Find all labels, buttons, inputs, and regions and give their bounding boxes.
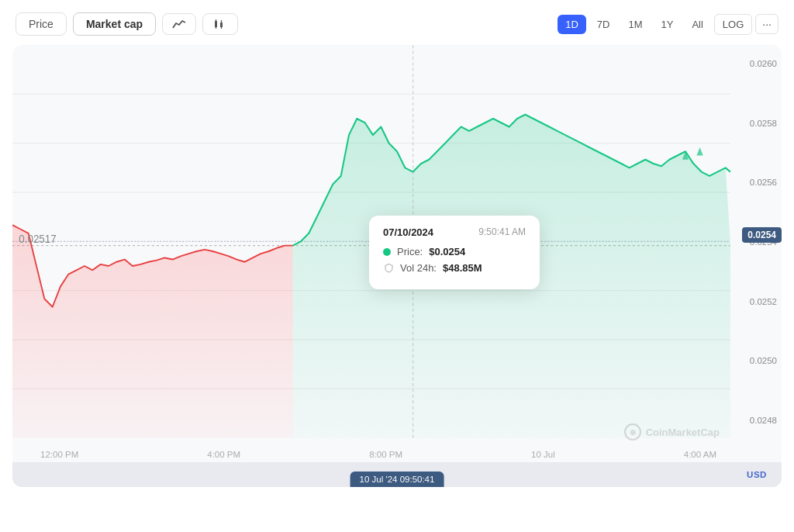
x-label-0: 12:00 PM	[40, 450, 78, 459]
toolbar: Price Market cap 1D 7D 1M	[0, 12, 794, 45]
y-label-5: 0.0250	[732, 356, 777, 365]
coinmarketcap-logo: ⊕ CoinMarketCap	[624, 423, 720, 440]
y-label-1: 0.0258	[732, 119, 777, 128]
market-cap-tab[interactable]: Market cap	[73, 12, 156, 36]
x-label-3: 10 Jul	[531, 450, 555, 459]
tooltip-price-row: Price: $0.0254	[383, 246, 526, 257]
y-label-4: 0.0252	[732, 297, 777, 306]
timeframe-all[interactable]: All	[684, 15, 710, 34]
timeframe-7d[interactable]: 7D	[589, 15, 618, 34]
chart-wrapper: 0.02517 0.0260 0.0258 0.0256 0.0254 0.02…	[12, 45, 782, 487]
toolbar-right: 1D 7D 1M 1Y All LOG ···	[558, 14, 778, 35]
svg-rect-3	[220, 22, 223, 27]
candle-chart-icon	[212, 19, 228, 29]
line-chart-button[interactable]	[162, 13, 196, 35]
price-tab[interactable]: Price	[16, 12, 67, 36]
main-container: Price Market cap 1D 7D 1M	[0, 0, 794, 532]
timeframe-1y[interactable]: 1Y	[654, 15, 682, 34]
cmc-icon: ⊕	[624, 423, 641, 440]
tooltip-time: 9:50:41 AM	[478, 226, 526, 238]
svg-marker-15	[696, 147, 703, 156]
tooltip-vol-row: Vol 24h: $48.85M	[383, 262, 526, 274]
y-axis-labels: 0.0260 0.0258 0.0256 0.0254 0.0252 0.025…	[732, 45, 782, 487]
svg-text:0.02517: 0.02517	[19, 233, 57, 245]
timeframe-log[interactable]: LOG	[714, 14, 752, 35]
y-label-2: 0.0256	[732, 178, 777, 187]
toolbar-left: Price Market cap	[16, 12, 238, 36]
cmc-text: CoinMarketCap	[646, 427, 720, 438]
svg-rect-0	[215, 21, 217, 27]
tooltip-price-label: Price:	[397, 246, 423, 257]
more-options-button[interactable]: ···	[755, 14, 778, 34]
timeframe-1d[interactable]: 1D	[558, 15, 586, 34]
tooltip-price-value: $0.0254	[429, 246, 465, 257]
price-dot-icon	[383, 248, 391, 256]
bottom-timestamp: 10 Jul '24 09:50:41	[350, 472, 444, 487]
tooltip: 07/10/2024 9:50:41 AM Price: $0.0254 Vol…	[369, 216, 540, 289]
candle-chart-button[interactable]	[202, 13, 238, 35]
x-label-4: 4:00 AM	[684, 450, 716, 459]
tooltip-date: 07/10/2024	[383, 226, 433, 238]
tooltip-vol-value: $48.85M	[443, 262, 482, 274]
x-label-1: 4:00 PM	[207, 450, 240, 459]
usd-label: USD	[732, 462, 782, 487]
tooltip-header: 07/10/2024 9:50:41 AM	[383, 226, 526, 238]
y-label-6: 0.0248	[732, 416, 777, 425]
volume-shield-icon	[383, 263, 394, 274]
x-axis-labels: 12:00 PM 4:00 PM 8:00 PM 10 Jul 4:00 AM	[25, 450, 732, 459]
timeframe-1m[interactable]: 1M	[620, 15, 650, 34]
tooltip-vol-label: Vol 24h:	[400, 262, 437, 274]
y-label-0: 0.0260	[732, 59, 777, 68]
line-chart-icon	[172, 19, 186, 29]
current-price-badge: 0.0254	[742, 227, 782, 243]
x-label-2: 8:00 PM	[369, 450, 402, 459]
